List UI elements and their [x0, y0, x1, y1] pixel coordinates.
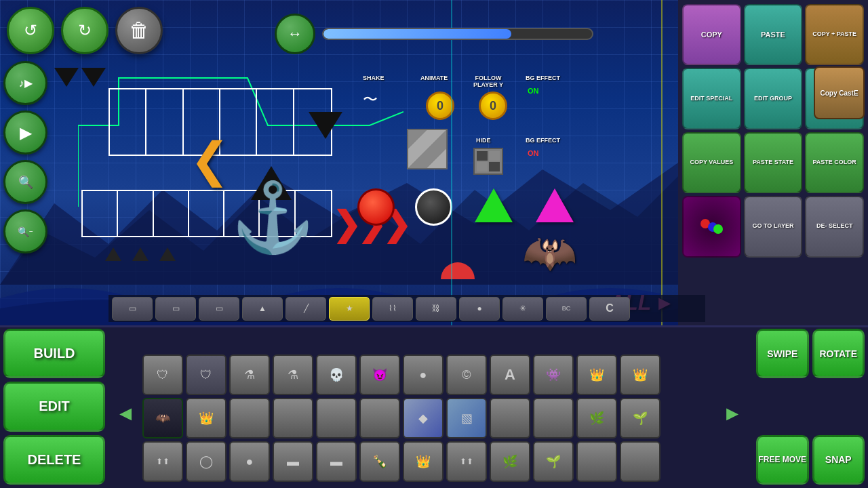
animate-label: ANIMATE [420, 75, 448, 81]
free-move-button[interactable]: FREE MOVE [756, 435, 809, 485]
left-side-buttons: ♪▶ ▶ 🔍 🔍− [3, 61, 47, 253]
obj-gray1[interactable] [229, 398, 270, 439]
snap-button[interactable]: SNAP [812, 435, 865, 485]
obj-flask1[interactable]: ⚗ [229, 354, 270, 395]
color-channels-button[interactable] [682, 196, 741, 257]
shake-label: SHAKE [363, 75, 384, 81]
obj-face[interactable]: 😈 [359, 354, 400, 395]
delete-button[interactable]: 🗑 [115, 7, 163, 54]
animate-coin: 0 [426, 92, 454, 120]
triangle-down-2 [81, 68, 106, 87]
obj-shield1[interactable]: 🛡 [142, 354, 183, 395]
obj-bat[interactable]: 🦇 [142, 398, 183, 439]
obj-gray8[interactable] [620, 441, 660, 482]
action-buttons: BUILD EDIT DELETE [0, 325, 108, 488]
obj-stripe2[interactable]: ▬ [273, 441, 313, 482]
obj-spike1[interactable]: ⬆⬆ [142, 441, 183, 482]
pink-triangle-trigger [536, 188, 574, 222]
obj-crown3[interactable]: 👑 [186, 398, 226, 439]
bg-effect-bottom-label: BG EFFECT [526, 137, 560, 144]
obj-spike2[interactable]: ⬆⬆ [446, 441, 487, 482]
obj-skull[interactable]: 💀 [316, 354, 357, 395]
obj-stripe1[interactable]: ▧ [446, 398, 487, 439]
copy-values-button[interactable]: COPY VALUES [682, 132, 741, 193]
anchor-icon: ⚓ [231, 178, 315, 258]
redo-button[interactable]: ↻ [61, 7, 108, 54]
object-nav-left[interactable]: ◄ [108, 393, 142, 434]
paste-color-button[interactable]: PASTE COLOR [805, 132, 864, 193]
edit-special-button[interactable]: EDIT SPECIAL [682, 68, 741, 129]
copy-caste-button[interactable]: Copy CastE [814, 66, 865, 119]
obj-crown1[interactable]: 👑 [576, 354, 617, 395]
filter-chain[interactable]: ⛓ [416, 297, 456, 321]
red-circle-trigger [357, 188, 395, 226]
obj-gray5[interactable] [490, 398, 530, 439]
deselect-button[interactable]: DE- SELECT [805, 196, 864, 257]
bw-circle-trigger [415, 188, 452, 226]
obj-crown4[interactable]: 👑 [403, 441, 443, 482]
object-row-2: 🦇 👑 ◆ ▧ 🌿 🌱 [142, 398, 698, 439]
obj-shield2[interactable]: 🛡 [186, 354, 226, 395]
obj-plants2[interactable]: 🌱 [620, 398, 660, 439]
obj-plants3[interactable]: 🌿 [490, 441, 530, 482]
build-button[interactable]: BUILD [3, 329, 105, 378]
filter-rect2[interactable]: ▭ [155, 297, 196, 321]
small-tri-2 [132, 247, 149, 261]
obj-gray2[interactable] [273, 398, 313, 439]
obj-flask2[interactable]: ⚗ [273, 354, 313, 395]
zoom-in-button[interactable]: 🔍 [3, 160, 47, 204]
triangle-down-main [309, 112, 342, 139]
zoom-out-button[interactable]: 🔍− [3, 209, 47, 253]
filter-row: ▭ ▭ ▭ ▲ ╱ ★ ⌇⌇ ⛓ ● ✳ BC C [108, 295, 705, 322]
object-row-1: 🛡 🛡 ⚗ ⚗ 💀 😈 ● © A 👾 👑 👑 [142, 354, 698, 395]
obj-a-text[interactable]: A [490, 354, 530, 395]
filter-fx[interactable]: ✳ [502, 297, 543, 321]
object-row-3: ⬆⬆ ◯ ● ▬ ▬ 🍾 👑 ⬆⬆ 🌿 🌱 [142, 441, 698, 482]
go-to-layer-button[interactable]: GO TO LAYER [744, 196, 803, 257]
filter-terrain[interactable]: ⌇⌇ [372, 297, 413, 321]
filter-rect3[interactable]: ▭ [199, 297, 239, 321]
swipe-button[interactable]: SWIPE [756, 329, 809, 378]
right-action-buttons: SWIPE ROTATE FREE MOVE SNAP [753, 325, 868, 488]
filter-sphere[interactable]: ● [459, 297, 500, 321]
obj-crown2[interactable]: 👑 [620, 354, 660, 395]
object-grid: 🛡 🛡 ⚗ ⚗ 💀 😈 ● © A 👾 👑 👑 🦇 👑 ◆ ▧ 🌿 [142, 354, 698, 485]
shake-wave: 〜 [363, 89, 378, 110]
obj-ring[interactable]: ◯ [186, 441, 226, 482]
filter-rect[interactable]: ▭ [112, 297, 153, 321]
filter-star[interactable]: ★ [329, 297, 370, 321]
obj-stripe3[interactable]: ▬ [316, 441, 357, 482]
small-tri-1 [105, 247, 121, 261]
obj-gray7[interactable] [576, 441, 617, 482]
object-nav-right[interactable]: ► [715, 393, 749, 434]
filter-line[interactable]: ╱ [285, 297, 326, 321]
rotate-button[interactable]: ROTATE [812, 329, 865, 378]
obj-gray4[interactable] [359, 398, 400, 439]
obj-gray3[interactable] [316, 398, 357, 439]
follow-coin: 0 [479, 92, 507, 120]
obj-gray6[interactable] [533, 398, 574, 439]
obj-bottle[interactable]: 🍾 [359, 441, 400, 482]
bg-effect-top-label: BG EFFECT [526, 75, 560, 81]
bottom-toolbar: BUILD EDIT DELETE ◄ 🛡 🛡 ⚗ ⚗ 💀 😈 ● © A 👾 … [0, 325, 868, 488]
obj-circle2[interactable]: ● [229, 441, 270, 482]
filter-bc[interactable]: BC [546, 297, 587, 321]
obj-circle[interactable]: ● [403, 354, 443, 395]
small-tri-3 [159, 247, 176, 261]
delete-mode-button[interactable]: DELETE [3, 435, 105, 485]
obj-plants1[interactable]: 🌿 [576, 398, 617, 439]
obj-plants4[interactable]: 🌱 [533, 441, 574, 482]
obj-diamond[interactable]: ◆ [403, 398, 443, 439]
follow-label: FOLLOW PLAYER Y [468, 75, 509, 88]
paste-state-button[interactable]: PASTE STATE [744, 132, 803, 193]
edit-mode-button[interactable]: ▶ [3, 110, 47, 155]
hide-label: HIDE [476, 137, 491, 144]
filter-tri[interactable]: ▲ [242, 297, 283, 321]
obj-monster1[interactable]: 👾 [533, 354, 574, 395]
music-button[interactable]: ♪▶ [3, 61, 47, 105]
undo-button[interactable]: ↺ [7, 7, 54, 54]
edit-group-button[interactable]: EDIT GROUP [744, 68, 803, 129]
filter-c[interactable]: C [589, 297, 630, 321]
edit-button[interactable]: EDIT [3, 382, 105, 431]
obj-c-icon[interactable]: © [446, 354, 487, 395]
